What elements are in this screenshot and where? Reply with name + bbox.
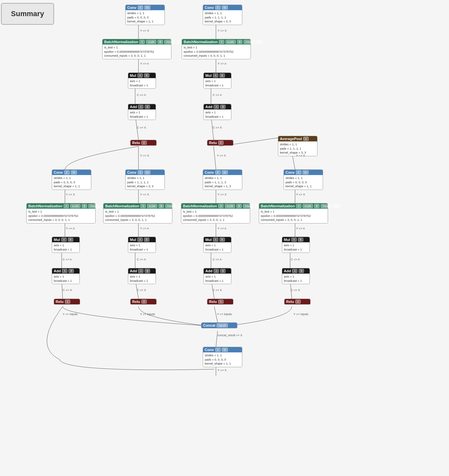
edge-bn5-mul5: Y => A xyxy=(218,227,226,230)
conv1-node[interactable]: Conv X W strides = 1, 1 pads = 0, 0, 0, … xyxy=(125,5,165,25)
bn6-header: BatchNormalization X scale B mean var xyxy=(259,203,328,209)
bn2-node[interactable]: BatchNormalization X scale B mean var is… xyxy=(182,39,251,59)
add4-port-b: B xyxy=(145,269,150,273)
add6-header: Add A B xyxy=(282,268,310,274)
bn2-port-scale: scale xyxy=(225,40,236,44)
relu1-node[interactable]: Relu X xyxy=(130,140,157,146)
bn1-node[interactable]: BatchNormalization X scale B mean var is… xyxy=(102,39,171,59)
conv4-header: Conv X W xyxy=(126,170,165,175)
edge-avgpool-conv6: Y => X xyxy=(296,154,305,157)
bn2-port-mean: mean xyxy=(244,40,254,44)
add2-port-a: A xyxy=(214,105,219,109)
mul2-node[interactable]: Mul A B axis = 1 broadcast = 1 xyxy=(203,73,231,89)
conv1-header: Conv X W xyxy=(126,5,165,10)
mul5-node[interactable]: Mul A B axis = 1 broadcast = 1 xyxy=(203,237,231,253)
mul1-port-b: B xyxy=(144,74,149,77)
avgpool-node[interactable]: AveragePool X strides = 1, 1 pads = 1, 1… xyxy=(278,136,317,156)
edge-bn6-mul6: Y => A xyxy=(296,227,305,230)
mul3-port-b: B xyxy=(68,238,73,242)
conv3-header: Conv X W xyxy=(52,170,91,175)
mul4-node[interactable]: Mul A B axis = 1 broadcast = 1 xyxy=(128,237,156,253)
add2-port-b: B xyxy=(220,105,225,109)
conv3-body: strides = 1, 1 pads = 0, 0, 0, 0 kernel_… xyxy=(52,175,91,190)
edge-relu3-concat: Y => inputs xyxy=(63,312,77,316)
conv6-body: strides = 1, 1 pads = 0, 0, 0, 0 kernel_… xyxy=(284,175,323,190)
mul3-port-a: A xyxy=(61,238,67,242)
summary-button[interactable]: Summary xyxy=(1,3,54,25)
bn5-body: is_test = 1 epsilon = 0.0000099999997473… xyxy=(181,209,250,223)
relu6-port-x: X xyxy=(295,300,301,304)
mul6-node[interactable]: Mul A B axis = 1 broadcast = 1 xyxy=(282,237,310,253)
conv1-body: strides = 1, 1 pads = 0, 0, 0, 0 kernel_… xyxy=(126,10,165,25)
edge-mul4-add4: C => A xyxy=(137,258,146,261)
concat-node[interactable]: Concat inputs xyxy=(201,322,237,328)
bn2-header: BatchNormalization X scale B mean var xyxy=(182,39,251,45)
conv6-node[interactable]: Conv X W strides = 1, 1 pads = 0, 0, 0, … xyxy=(284,169,323,190)
relu1-port-x: X xyxy=(141,141,147,145)
relu2-node[interactable]: Relu X xyxy=(207,140,233,146)
conv1-port-w: W xyxy=(144,6,151,10)
edge-relu4-concat: Y => inputs xyxy=(140,312,155,316)
relu3-node[interactable]: Relu X xyxy=(54,299,80,305)
bn5-node[interactable]: BatchNormalization X scale B mean var is… xyxy=(181,203,250,223)
add4-node[interactable]: Add A B axis = 1 broadcast = 1 xyxy=(128,268,156,284)
concat-port-inputs: inputs xyxy=(217,323,228,327)
add2-node[interactable]: Add A B axis = 1 broadcast = 1 xyxy=(203,104,231,120)
edge-conv2-bn2: Y => X xyxy=(218,29,226,32)
add3-header: Add A B xyxy=(52,268,79,274)
conv4-node[interactable]: Conv X W strides = 1, 1 pads = 1, 1, 1, … xyxy=(125,169,165,190)
edge-mul5-add5: C => A xyxy=(213,258,222,261)
bn4-node[interactable]: BatchNormalization X scale B mean var is… xyxy=(103,203,172,223)
relu5-port-x: X xyxy=(218,300,224,304)
add5-port-a: A xyxy=(214,269,219,273)
mul3-header: Mul A B xyxy=(52,237,79,242)
main-canvas: Summary xyxy=(0,0,449,476)
bn3-node[interactable]: BatchNormalization X scale B mean var is… xyxy=(26,203,96,223)
relu5-node[interactable]: Relu X xyxy=(207,299,233,305)
conv5-port-x: X xyxy=(215,170,221,174)
edge-mul1-add1: C => A xyxy=(137,93,146,97)
mul4-port-a: A xyxy=(137,238,143,242)
add6-node[interactable]: Add A B axis = 1 broadcast = 1 xyxy=(282,268,310,284)
bn4-body: is_test = 1 epsilon = 0.0000099999997473… xyxy=(104,209,172,223)
conv5-port-w: W xyxy=(222,170,228,174)
relu3-header: Relu X xyxy=(54,299,80,304)
conv4-body: strides = 1, 1 pads = 1, 1, 1, 1 kernel_… xyxy=(126,175,165,190)
conv7-node[interactable]: Conv X W strides = 1, 1 pads = 0, 0, 0, … xyxy=(203,347,242,367)
edge-conv5-bn5: Y => X xyxy=(218,193,226,196)
edge-conv1-bn1: Y => X xyxy=(140,29,149,32)
bn1-header: BatchNormalization X scale B mean var xyxy=(103,39,171,45)
add6-port-b: B xyxy=(299,269,304,273)
mul6-body: axis = 1 broadcast = 1 xyxy=(282,242,310,253)
mul5-body: axis = 1 broadcast = 1 xyxy=(204,242,231,253)
bn4-header: BatchNormalization X scale B mean var xyxy=(104,203,172,209)
add2-header: Add A B xyxy=(204,104,231,109)
conv2-node[interactable]: Conv X W strides = 1, 1 pads = 1, 1, 1, … xyxy=(203,5,242,25)
relu2-header: Relu X xyxy=(207,140,233,145)
add5-port-b: B xyxy=(220,269,225,273)
edge-conv7-bottom: Y => X xyxy=(218,369,226,372)
conv3-node[interactable]: Conv X W strides = 1, 1 pads = 0, 0, 0, … xyxy=(52,169,91,190)
conv5-node[interactable]: Conv X W strides = 1, 1 pads = 1, 1, 1, … xyxy=(203,169,242,190)
bn6-port-b: B xyxy=(314,204,319,208)
edge-add2-relu2: C => X xyxy=(213,126,222,129)
bn3-port-x: X xyxy=(64,204,69,208)
conv1-port-x: X xyxy=(138,6,143,10)
add1-node[interactable]: Add A B axis = 1 broadcast = 1 xyxy=(128,104,156,120)
add5-node[interactable]: Add A B axis = 1 broadcast = 1 xyxy=(203,268,231,284)
conv2-header: Conv X W xyxy=(203,5,242,10)
add1-body: axis = 1 broadcast = 1 xyxy=(128,109,156,120)
bn2-port-x: X xyxy=(219,40,224,44)
avgpool-port-x: X xyxy=(303,137,309,141)
edge-add4-relu4: C => X xyxy=(137,288,146,292)
add4-header: Add A B xyxy=(128,268,156,274)
relu4-node[interactable]: Relu X xyxy=(130,299,157,305)
bn3-body: is_test = 1 epsilon = 0.0000099999997473… xyxy=(27,209,95,223)
add3-node[interactable]: Add A B axis = 1 broadcast = 1 xyxy=(52,268,80,284)
bn6-node[interactable]: BatchNormalization X scale B mean var is… xyxy=(259,203,328,223)
mul3-node[interactable]: Mul A B axis = 1 broadcast = 1 xyxy=(52,237,80,253)
relu6-node[interactable]: Relu X xyxy=(284,299,311,305)
bn6-port-x: X xyxy=(296,204,301,208)
mul5-port-b: B xyxy=(220,238,225,242)
mul1-node[interactable]: Mul A B axis = 1 broadcast = 1 xyxy=(128,73,156,89)
